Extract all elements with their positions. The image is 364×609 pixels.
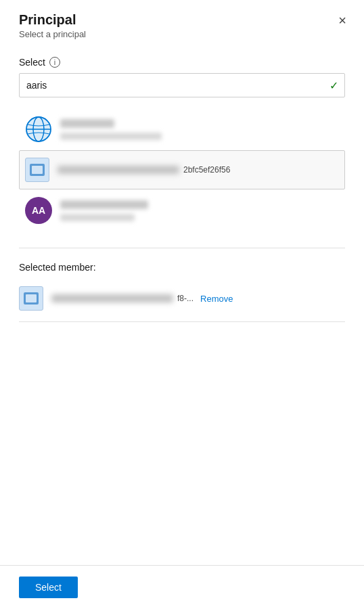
result-item-info-initials — [60, 200, 339, 221]
result-id-suffix: 2bfc5ef26f56 — [183, 165, 230, 175]
selected-member-name-blurred — [51, 294, 173, 302]
select-label: Select — [19, 57, 45, 68]
globe-icon — [25, 116, 52, 143]
initials-avatar: AA — [25, 197, 52, 224]
panel-title: Principal — [19, 12, 86, 28]
result-email-blurred — [60, 133, 162, 140]
service-name-blurred — [58, 166, 179, 174]
search-input-wrapper: ✓ — [19, 73, 345, 97]
selected-member-divider — [19, 321, 345, 322]
panel-body: Select i ✓ — [0, 45, 364, 565]
panel-footer: Select — [0, 565, 364, 609]
selected-member-info: f8-... Remove — [51, 294, 345, 304]
sp-icon-inner — [30, 164, 45, 176]
select-button[interactable]: Select — [19, 577, 78, 598]
service-principal-avatar — [25, 158, 49, 182]
service-name-row: 2bfc5ef26f56 — [58, 165, 339, 175]
selected-member-name-row: f8-... Remove — [51, 294, 345, 304]
selected-member-avatar — [19, 286, 43, 311]
result-name-blurred-aa — [60, 200, 148, 209]
result-item-info-globe — [60, 119, 339, 140]
panel-header: Principal Select a principal × — [0, 0, 364, 45]
panel-subtitle: Select a principal — [19, 29, 86, 39]
result-email-blurred-aa — [60, 214, 135, 221]
check-icon: ✓ — [329, 79, 338, 92]
selected-member-section: Selected member: f8-... Remove — [19, 262, 345, 322]
principal-panel: Principal Select a principal × Select i … — [0, 0, 364, 609]
selected-sp-icon-inner — [24, 292, 39, 304]
info-icon[interactable]: i — [49, 57, 60, 68]
close-button[interactable]: × — [334, 12, 350, 28]
result-name-blurred — [60, 119, 114, 128]
result-item-globe[interactable] — [19, 108, 345, 150]
remove-button[interactable]: Remove — [200, 294, 233, 304]
title-block: Principal Select a principal — [19, 12, 86, 39]
result-item-service[interactable]: 2bfc5ef26f56 — [19, 150, 345, 189]
result-item-initials[interactable]: AA — [19, 189, 345, 231]
globe-avatar — [25, 116, 52, 143]
search-input[interactable] — [19, 73, 345, 97]
result-item-info-service: 2bfc5ef26f56 — [58, 165, 339, 175]
selected-member-item: f8-... Remove — [19, 281, 345, 316]
selected-member-id-suffix: f8-... — [177, 294, 194, 303]
select-label-row: Select i — [19, 57, 345, 68]
selected-member-label: Selected member: — [19, 262, 345, 273]
result-list: 2bfc5ef26f56 AA — [19, 108, 345, 231]
results-divider — [19, 248, 345, 248]
